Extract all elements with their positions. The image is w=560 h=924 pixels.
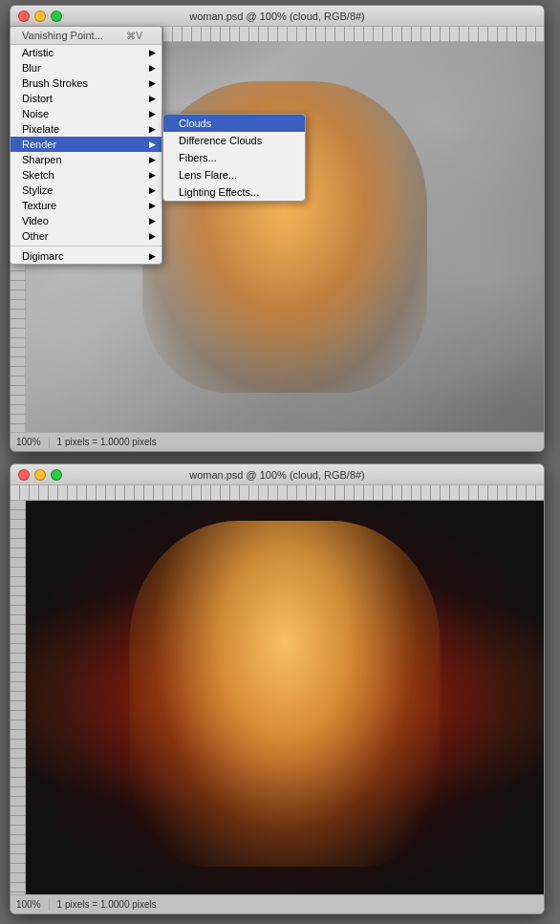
minimize-button[interactable]	[34, 11, 46, 22]
video-arrow: ▶	[149, 216, 156, 226]
brush-strokes-arrow: ▶	[149, 78, 156, 88]
pixels-info-top: 1 pixels = 1.0000 pixels	[57, 437, 157, 447]
bottom-titlebar: woman.psd @ 100% (cloud, RGB/8#)	[11, 464, 544, 485]
stylize-arrow: ▶	[149, 185, 156, 195]
digimarc-arrow: ▶	[149, 251, 156, 261]
blur-arrow: ▶	[149, 63, 156, 73]
difference-clouds-label: Difference Clouds	[179, 135, 262, 146]
menu-item-artistic[interactable]: Artistic ▶	[11, 45, 162, 60]
menu-item-sharpen[interactable]: Sharpen ▶	[11, 152, 162, 167]
brush-strokes-label: Brush Strokes	[22, 77, 88, 89]
vanishing-point-item[interactable]: Vanishing Point... ⌘V	[11, 27, 162, 45]
menu-item-stylize[interactable]: Stylize ▶	[11, 183, 162, 198]
bottom-ruler-vertical	[11, 501, 26, 894]
menu-item-pixelate[interactable]: Pixelate ▶	[11, 121, 162, 137]
clouds-label: Clouds	[179, 118, 211, 129]
menu-item-brush-strokes[interactable]: Brush Strokes ▶	[11, 75, 162, 91]
fibers-label: Fibers...	[179, 152, 217, 163]
submenu-item-lens-flare[interactable]: Lens Flare...	[163, 166, 305, 183]
submenu-item-difference-clouds[interactable]: Difference Clouds	[163, 132, 305, 149]
vanishing-point-shortcut: ⌘V	[126, 31, 142, 41]
bottom-window: woman.psd @ 100% (cloud, RGB/8#) 100% 1 …	[10, 463, 545, 914]
render-submenu: Clouds Difference Clouds Fibers... Lens …	[162, 114, 306, 202]
zoom-level-bottom: 100%	[16, 899, 41, 910]
stylize-label: Stylize	[22, 184, 53, 196]
menu-item-distort[interactable]: Distort ▶	[11, 91, 162, 106]
other-arrow: ▶	[149, 231, 156, 241]
menu-item-video[interactable]: Video ▶	[11, 213, 162, 228]
bottom-footer: 100% 1 pixels = 1.0000 pixels	[11, 894, 544, 913]
top-titlebar: woman.psd @ 100% (cloud, RGB/8#)	[11, 6, 544, 27]
sharpen-arrow: ▶	[149, 155, 156, 164]
menu-item-blur[interactable]: Blur ▶	[11, 60, 162, 75]
digimarc-label: Digimarc	[22, 250, 63, 262]
sharpen-label: Sharpen	[22, 154, 62, 165]
bottom-window-title: woman.psd @ 100% (cloud, RGB/8#)	[189, 469, 365, 481]
zoom-level-top: 100%	[16, 437, 41, 447]
menu-item-sketch[interactable]: Sketch ▶	[11, 167, 162, 183]
bottom-titlebar-buttons	[18, 469, 62, 481]
video-label: Video	[22, 215, 49, 226]
sketch-label: Sketch	[22, 169, 54, 181]
lens-flare-label: Lens Flare...	[179, 169, 237, 181]
noise-label: Noise	[22, 108, 49, 119]
sketch-arrow: ▶	[149, 170, 156, 180]
artistic-label: Artistic	[22, 47, 54, 58]
menu-item-other[interactable]: Other ▶	[11, 228, 162, 244]
lighting-effects-label: Lighting Effects...	[179, 186, 259, 198]
figure-bottom	[129, 521, 440, 868]
bottom-ruler-content	[11, 485, 544, 500]
distort-label: Distort	[22, 93, 53, 104]
texture-label: Texture	[22, 200, 56, 211]
artistic-arrow: ▶	[149, 48, 156, 57]
bottom-canvas	[26, 501, 544, 894]
bottom-ruler-horizontal	[11, 485, 544, 501]
menu-item-digimarc[interactable]: Digimarc ▶	[11, 248, 162, 264]
filter-menu: Vanishing Point... ⌘V Artistic ▶ Blur ▶ …	[10, 26, 162, 265]
blur-label: Blur	[22, 62, 41, 74]
maximize-button[interactable]	[51, 11, 62, 22]
bottom-maximize-button[interactable]	[51, 469, 62, 481]
submenu-item-fibers[interactable]: Fibers...	[163, 149, 305, 166]
top-window-title: woman.psd @ 100% (cloud, RGB/8#)	[189, 11, 365, 22]
texture-arrow: ▶	[149, 201, 156, 210]
bottom-minimize-button[interactable]	[34, 469, 46, 481]
submenu-item-clouds[interactable]: Clouds	[163, 115, 305, 132]
render-arrow: ▶	[149, 140, 156, 149]
pixelate-arrow: ▶	[149, 124, 156, 134]
other-label: Other	[22, 230, 49, 242]
bottom-footer-separator	[49, 899, 50, 911]
menu-separator	[11, 246, 162, 247]
distort-arrow: ▶	[149, 94, 156, 103]
bottom-canvas-area	[26, 501, 544, 894]
render-label: Render	[22, 139, 56, 150]
menu-item-noise[interactable]: Noise ▶	[11, 106, 162, 121]
footer-separator	[49, 437, 50, 448]
close-button[interactable]	[18, 11, 30, 22]
noise-arrow: ▶	[149, 109, 156, 118]
pixels-info-bottom: 1 pixels = 1.0000 pixels	[57, 899, 157, 910]
main-dropdown: Vanishing Point... ⌘V Artistic ▶ Blur ▶ …	[10, 26, 162, 265]
render-submenu-panel: Clouds Difference Clouds Fibers... Lens …	[162, 114, 306, 202]
vanishing-point-label: Vanishing Point...	[22, 30, 103, 41]
menu-item-texture[interactable]: Texture ▶	[11, 198, 162, 213]
menu-item-render[interactable]: Render ▶	[11, 137, 162, 152]
titlebar-buttons	[18, 11, 62, 22]
bottom-close-button[interactable]	[18, 469, 30, 481]
submenu-item-lighting-effects[interactable]: Lighting Effects...	[163, 183, 305, 201]
top-footer: 100% 1 pixels = 1.0000 pixels	[11, 432, 544, 451]
pixelate-label: Pixelate	[22, 123, 59, 135]
